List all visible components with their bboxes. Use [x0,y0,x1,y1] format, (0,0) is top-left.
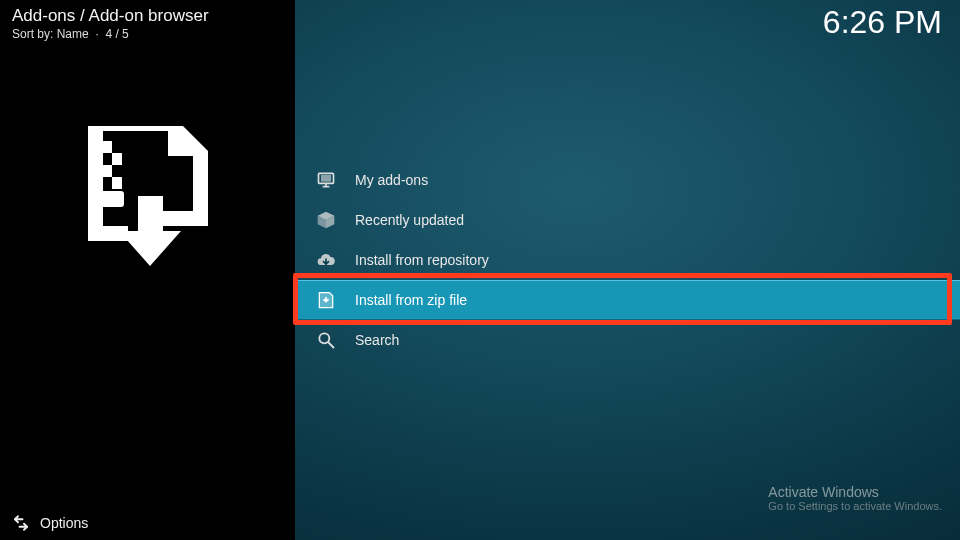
svg-point-11 [319,333,329,343]
menu-item-label: Search [355,332,399,348]
sidebar: Add-ons / Add-on browser Sort by: Name ·… [0,0,295,540]
options-button[interactable]: Options [12,514,88,532]
clock: 6:26 PM [823,4,942,41]
main-panel: 6:26 PM My add-ons [295,0,960,540]
menu-item-search[interactable]: Search [295,320,960,360]
menu-item-recently-updated[interactable]: Recently updated [295,200,960,240]
menu-item-label: My add-ons [355,172,428,188]
options-icon [12,514,30,532]
svg-rect-4 [100,191,124,207]
sort-line: Sort by: Name · 4 / 5 [0,27,295,41]
svg-rect-3 [112,177,122,189]
svg-rect-1 [112,153,122,165]
sort-value: Name [57,27,89,41]
breadcrumb: Add-ons / Add-on browser [0,0,295,26]
sort-label: Sort by: [12,27,53,41]
menu-item-label: Install from zip file [355,292,467,308]
watermark-title: Activate Windows [768,484,942,500]
box-icon [315,209,337,231]
svg-rect-0 [102,141,112,153]
zip-download-icon [315,289,337,311]
cloud-download-icon [315,249,337,271]
svg-rect-2 [102,165,112,177]
svg-line-12 [329,343,334,348]
position-indicator: 4 / 5 [105,27,128,41]
menu-item-my-addons[interactable]: My add-ons [295,160,960,200]
windows-watermark: Activate Windows Go to Settings to activ… [768,484,942,512]
monitor-icon [315,169,337,191]
menu-item-install-repository[interactable]: Install from repository [295,240,960,280]
svg-rect-8 [322,176,330,181]
menu-item-install-zip[interactable]: Install from zip file [295,280,960,320]
menu-item-label: Install from repository [355,252,489,268]
zip-download-large-icon [73,121,223,271]
watermark-subtitle: Go to Settings to activate Windows. [768,500,942,512]
menu-item-label: Recently updated [355,212,464,228]
menu-list: My add-ons Recently updated [295,160,960,360]
options-label: Options [40,515,88,531]
search-icon [315,329,337,351]
